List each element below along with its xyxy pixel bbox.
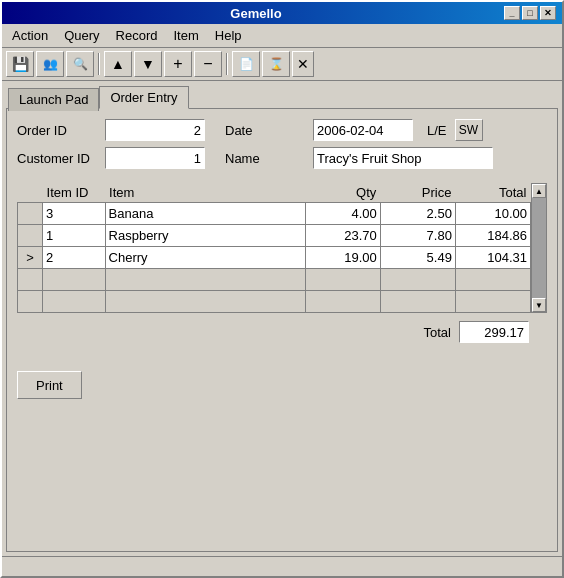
table-row[interactable]: 3Banana4.002.5010.00: [18, 203, 531, 225]
search-button[interactable]: 🔍: [66, 51, 94, 77]
customer-id-label: Customer ID: [17, 151, 97, 166]
le-label: L/E: [427, 123, 447, 138]
date-label: Date: [225, 123, 305, 138]
save-button[interactable]: 💾: [6, 51, 34, 77]
remove-button[interactable]: −: [194, 51, 222, 77]
customer-id-row: Customer ID Name: [17, 147, 547, 169]
col-total-header: Total: [455, 183, 530, 203]
minimize-button[interactable]: _: [504, 6, 520, 20]
save-icon: 💾: [12, 56, 29, 72]
up-button[interactable]: ▲: [104, 51, 132, 77]
main-window: Gemello _ □ ✕ Action Query Record Item H…: [0, 0, 564, 578]
total-row: Total 299.17: [17, 321, 547, 343]
people-button[interactable]: 👥: [36, 51, 64, 77]
name-input[interactable]: [313, 147, 493, 169]
order-table: Item ID Item Qty Price Total 3Banana4.00…: [17, 183, 531, 313]
menu-record[interactable]: Record: [110, 26, 164, 45]
name-label: Name: [225, 151, 305, 166]
tab-order-entry[interactable]: Order Entry: [99, 86, 188, 109]
people-icon: 👥: [43, 57, 58, 71]
down-button[interactable]: ▼: [134, 51, 162, 77]
table-container: Item ID Item Qty Price Total 3Banana4.00…: [17, 183, 547, 313]
col-price-header: Price: [380, 183, 455, 203]
total-label: Total: [424, 325, 451, 340]
order-id-input[interactable]: [105, 119, 205, 141]
cancel-icon: ✕: [297, 56, 309, 72]
status-bar: [2, 556, 562, 576]
maximize-button[interactable]: □: [522, 6, 538, 20]
content-area: Order ID Date L/E SW Customer ID Name: [6, 108, 558, 552]
table-row[interactable]: >2Cherry19.005.49104.31: [18, 247, 531, 269]
col-qty-header: Qty: [305, 183, 380, 203]
window-title: Gemello: [8, 6, 504, 21]
tabs-area: Launch Pad Order Entry: [2, 81, 562, 108]
menu-query[interactable]: Query: [58, 26, 105, 45]
up-icon: ▲: [111, 56, 125, 72]
table-row[interactable]: [18, 269, 531, 291]
sw-button[interactable]: SW: [455, 119, 483, 141]
table-row[interactable]: [18, 291, 531, 313]
col-item-header: Item: [105, 183, 305, 203]
doc-icon: 📄: [239, 57, 254, 71]
add-button[interactable]: +: [164, 51, 192, 77]
total-value: 299.17: [459, 321, 529, 343]
search-icon: 🔍: [73, 57, 88, 71]
scrollbar: ▲ ▼: [531, 183, 547, 313]
scroll-up-button[interactable]: ▲: [532, 184, 546, 198]
down-icon: ▼: [141, 56, 155, 72]
remove-icon: −: [203, 55, 212, 73]
menu-bar: Action Query Record Item Help: [2, 24, 562, 48]
date-input[interactable]: [313, 119, 413, 141]
menu-item[interactable]: Item: [167, 26, 204, 45]
customer-id-input[interactable]: [105, 147, 205, 169]
cancel-button[interactable]: ✕: [292, 51, 314, 77]
menu-help[interactable]: Help: [209, 26, 248, 45]
menu-action[interactable]: Action: [6, 26, 54, 45]
order-id-label: Order ID: [17, 123, 97, 138]
col-item-id-header: Item ID: [43, 183, 106, 203]
doc-button[interactable]: 📄: [232, 51, 260, 77]
print-button[interactable]: Print: [17, 371, 82, 399]
tab-launch-pad[interactable]: Launch Pad: [8, 88, 99, 111]
toolbar: 💾 👥 🔍 ▲ ▼ + − 📄 ⌛ ✕: [2, 48, 562, 81]
table-row[interactable]: 1Raspberry23.707.80184.86: [18, 225, 531, 247]
scroll-track: [532, 198, 546, 298]
clock-button[interactable]: ⌛: [262, 51, 290, 77]
scroll-down-button[interactable]: ▼: [532, 298, 546, 312]
separator2: [226, 53, 228, 75]
order-id-row: Order ID Date L/E SW: [17, 119, 547, 141]
separator: [98, 53, 100, 75]
col-marker: [18, 183, 43, 203]
table-area: Item ID Item Qty Price Total 3Banana4.00…: [17, 183, 547, 343]
close-button[interactable]: ✕: [540, 6, 556, 20]
title-bar-buttons: _ □ ✕: [504, 6, 556, 20]
clock-icon: ⌛: [269, 57, 284, 71]
add-icon: +: [173, 55, 182, 73]
title-bar: Gemello _ □ ✕: [2, 2, 562, 24]
